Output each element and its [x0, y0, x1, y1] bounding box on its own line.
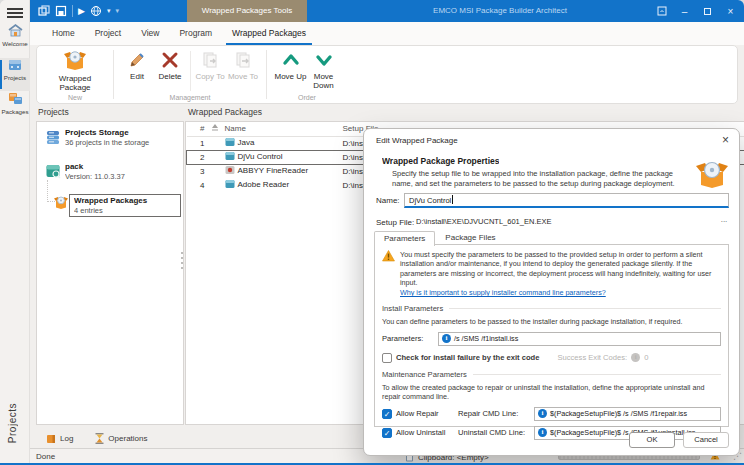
row-sort-cell	[207, 150, 223, 164]
name-input[interactable]: DjVu Control	[404, 193, 729, 208]
qat-separator	[72, 5, 73, 17]
maximize-button[interactable]	[696, 0, 719, 22]
move-to-button[interactable]: Move To	[227, 49, 260, 81]
allow-uninstall-label: Allow Uninstall	[396, 428, 454, 437]
projects-panel-title: Projects	[38, 107, 69, 117]
minimize-button[interactable]: –	[673, 0, 696, 22]
close-button[interactable]: ×	[719, 0, 742, 22]
repair-cmd-input[interactable]: i$(PackageSetupFile)$ /s /SMS /f1repair.…	[534, 407, 721, 421]
save-project-icon[interactable]	[55, 5, 67, 17]
tab-program[interactable]: Program	[169, 22, 222, 45]
allow-uninstall-checkbox[interactable]: ✓	[382, 428, 392, 438]
packages-icon	[8, 92, 23, 105]
wrapped-packages-node-icon	[53, 195, 69, 212]
run-icon[interactable]: ▶	[78, 3, 85, 19]
package-name: Java	[238, 138, 255, 147]
warning-text: You must specify the parameters to be pa…	[400, 250, 721, 287]
sidebar-item-packages[interactable]: Packages	[0, 92, 30, 125]
contextual-tab-wrapped-packages-tools[interactable]: Wrapped Packages Tools	[187, 0, 307, 22]
browse-button[interactable]: ...	[717, 215, 731, 227]
sidebar-item-projects[interactable]: Projects	[0, 58, 30, 91]
chevron-down-icon	[315, 51, 333, 69]
ok-button[interactable]: OK	[629, 432, 675, 448]
ribbon-options-button[interactable]	[650, 0, 673, 22]
operations-tab[interactable]: Operations	[87, 431, 155, 447]
dock-vertical-label-projects[interactable]: Projects	[7, 403, 18, 443]
package-name: DjVu Control	[238, 152, 283, 161]
installer-parameters-help-link[interactable]: Why is it important to supply installer …	[400, 288, 606, 297]
ribbon: Wrapped Package New Edit Delete Copy To	[36, 45, 738, 104]
panel-splitter-handle[interactable]	[180, 252, 184, 278]
cancel-button[interactable]: Cancel	[683, 432, 729, 448]
section-label: Install Parameters	[382, 304, 443, 313]
sidebar-item-welcome[interactable]: Welcome	[0, 24, 30, 57]
move-down-button[interactable]: Move Down	[307, 49, 340, 90]
ribbon-tab-strip: Home Project View Program Wrapped Packag…	[30, 22, 744, 45]
install-parameters-section: Install Parameters	[382, 304, 721, 313]
exit-code-row: Check for install failure by the exit co…	[382, 353, 721, 363]
dialog-title: Edit Wrapped Package	[376, 136, 458, 145]
check-install-failure-label: Check for install failure by the exit co…	[396, 353, 539, 362]
repair-cmd-label: Repair CMD Line:	[458, 409, 530, 418]
copy-to-button[interactable]: Copy To	[194, 49, 227, 81]
tab-view[interactable]: View	[131, 22, 169, 45]
uninstall-cmd-label: Uninstall CMD Line:	[458, 428, 530, 437]
create-package-icon[interactable]	[38, 5, 50, 17]
parameters-label: Parameters:	[382, 334, 434, 343]
status-text: Done	[36, 452, 55, 461]
ribbon-group-new: Wrapped Package New	[37, 46, 113, 103]
tab-parameters[interactable]: Parameters	[374, 231, 435, 246]
row-number: 4	[187, 178, 207, 192]
maintenance-parameters-section: Maintenance Parameters	[382, 370, 721, 379]
package-name: Adobe Reader	[238, 180, 290, 189]
wrapped-package-dialog-icon	[695, 159, 729, 191]
row-number: 3	[187, 164, 207, 178]
packages-panel-title: Wrapped Packages	[188, 107, 262, 117]
app-window: ▶ ▾ ▾ Wrapped Packages Tools EMCO MSI Pa…	[0, 0, 744, 465]
delete-button[interactable]: Delete	[154, 49, 187, 81]
row-sort-cell	[207, 164, 223, 178]
tab-package-files[interactable]: Package Files	[435, 230, 505, 245]
wrapped-package-button[interactable]: Wrapped Package	[44, 49, 106, 92]
success-exit-codes-label: Success Exit Codes:	[557, 353, 627, 362]
globe-dropdown-caret-icon[interactable]: ▾	[107, 7, 111, 15]
column-header-num[interactable]: #	[187, 122, 207, 136]
package-row-icon	[225, 179, 235, 191]
tree-item-projects-storage[interactable]: Projects Storage 36 projects in the stor…	[43, 128, 181, 147]
tree-item-label: Projects Storage	[65, 128, 181, 137]
row-number: 2	[187, 150, 207, 164]
tab-home[interactable]: Home	[42, 22, 85, 45]
copy-to-label: Copy To	[194, 72, 227, 81]
tab-project[interactable]: Project	[85, 22, 131, 45]
check-install-failure-checkbox[interactable]	[382, 353, 392, 363]
tab-wrapped-packages[interactable]: Wrapped Packages	[222, 22, 316, 45]
qat-customize-icon[interactable]: ▾	[115, 7, 119, 15]
window-title: EMCO MSI Package Builder Architect	[360, 0, 640, 22]
tree-item-wrapped-packages[interactable]: Wrapped Packages 4 entries	[51, 194, 181, 217]
parameters-tab-content: You must specify the parameters to be pa…	[374, 244, 729, 427]
tree-item-pack[interactable]: pack Version: 11.0.3.37	[43, 162, 181, 181]
row-sort-cell	[207, 136, 223, 150]
globe-icon[interactable]	[90, 5, 102, 17]
text-cursor	[452, 195, 453, 204]
column-header-name[interactable]: Name	[223, 122, 341, 136]
dialog-close-icon[interactable]: ×	[722, 133, 729, 147]
wrapped-package-icon	[63, 49, 87, 71]
move-up-button[interactable]: Move Up	[274, 49, 307, 81]
move-to-icon	[234, 51, 252, 69]
section-rule	[473, 374, 721, 375]
edit-label: Edit	[121, 72, 154, 81]
tree-selection-box: Wrapped Packages 4 entries	[69, 194, 181, 217]
log-tab[interactable]: Log	[38, 431, 81, 447]
edit-button[interactable]: Edit	[121, 49, 154, 81]
allow-repair-checkbox[interactable]: ✓	[382, 409, 392, 419]
hamburger-menu-icon[interactable]	[7, 8, 23, 18]
parameters-input[interactable]: i/s /SMS /f1install.iss	[438, 332, 721, 346]
sort-indicator-icon[interactable]	[207, 122, 223, 136]
project-icon	[45, 163, 61, 181]
info-icon-disabled: i	[631, 353, 640, 362]
warning-triangle-icon	[382, 250, 395, 297]
chevron-up-icon	[282, 51, 300, 69]
section-label: Maintenance Parameters	[382, 370, 467, 379]
window-controls: – ×	[650, 0, 742, 22]
